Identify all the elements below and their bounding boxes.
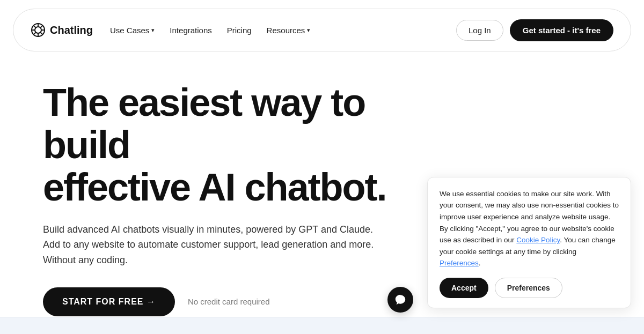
get-started-button[interactable]: Get started - it's free (510, 19, 613, 41)
svg-point-1 (35, 27, 41, 33)
bottom-strip (0, 317, 644, 334)
svg-line-6 (34, 26, 36, 28)
chevron-down-icon-2: ▾ (307, 27, 310, 34)
nav-use-cases[interactable]: Use Cases ▾ (110, 26, 155, 35)
nav-resources[interactable]: Resources ▾ (267, 26, 311, 35)
hero-subtitle: Build advanced AI chatbots visually in m… (43, 222, 376, 268)
preferences-inline-link[interactable]: Preferences (440, 259, 479, 267)
hero-title-line1: The easiest way to build (43, 81, 365, 166)
start-for-free-button[interactable]: START FOR FREE → (43, 287, 175, 316)
svg-line-7 (40, 32, 42, 34)
nav-pricing[interactable]: Pricing (227, 26, 252, 35)
accept-button[interactable]: Accept (440, 278, 488, 298)
login-button[interactable]: Log In (456, 20, 503, 41)
logo-text: Chatling (50, 24, 93, 36)
nav-left: Chatling Use Cases ▾ Integrations Pricin… (31, 23, 310, 38)
cookie-end: . (479, 259, 481, 267)
cookie-banner: We use essential cookies to make our sit… (427, 177, 631, 308)
preferences-button[interactable]: Preferences (495, 278, 562, 298)
cookie-text: We use essential cookies to make our sit… (440, 188, 619, 269)
svg-line-9 (34, 32, 36, 34)
navbar: Chatling Use Cases ▾ Integrations Pricin… (13, 9, 631, 51)
svg-line-8 (40, 26, 42, 28)
cookie-buttons: Accept Preferences (440, 278, 619, 298)
chat-widget-button[interactable] (387, 287, 413, 313)
chevron-down-icon: ▾ (151, 27, 155, 34)
logo[interactable]: Chatling (31, 23, 93, 38)
cookie-policy-link[interactable]: Cookie Policy (516, 236, 560, 244)
nav-pricing-label: Pricing (227, 26, 252, 35)
no-credit-card-text: No credit card required (188, 297, 270, 306)
nav-links: Use Cases ▾ Integrations Pricing Resourc… (110, 26, 310, 35)
nav-use-cases-label: Use Cases (110, 26, 149, 35)
chat-icon (394, 294, 406, 306)
nav-integrations[interactable]: Integrations (170, 26, 211, 35)
nav-integrations-label: Integrations (170, 26, 211, 35)
nav-right: Log In Get started - it's free (456, 19, 613, 41)
hero-title: The easiest way to build effective AI ch… (43, 81, 462, 209)
hero-title-line2: effective AI chatbot. (43, 166, 386, 209)
nav-resources-label: Resources (267, 26, 305, 35)
logo-icon (31, 23, 46, 38)
